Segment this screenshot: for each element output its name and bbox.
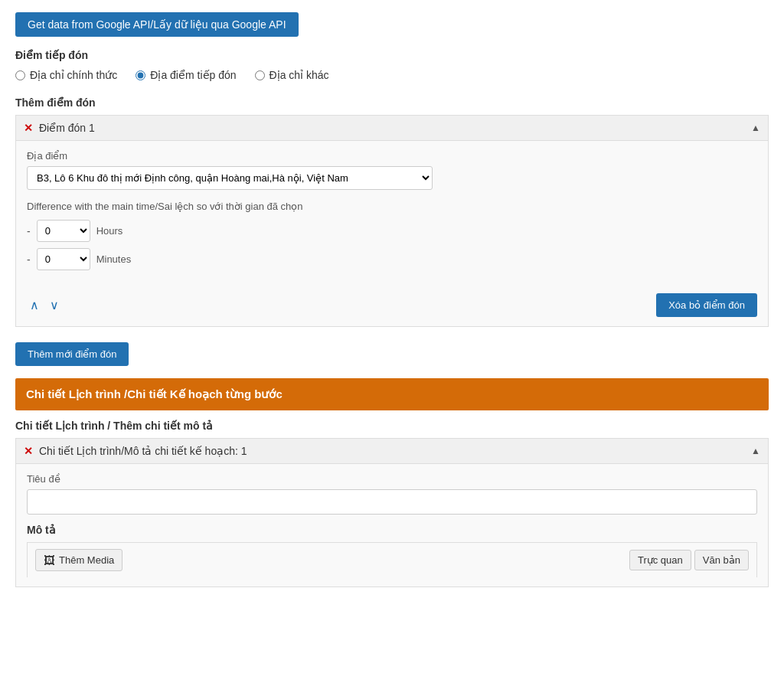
move-up-button[interactable]: ∧ [27,296,42,314]
destination-label: Điểm tiếp đón [15,49,769,61]
delete-pickup-button[interactable]: Xóa bỏ điểm đón [656,293,757,317]
add-pickup-label: Thêm điểm đón [15,96,769,109]
pickup-card-body: Địa điểm B3, Lô 6 Khu đô thị mới Định cô… [16,141,768,286]
media-toolbar: 🖼 Thêm Media Trực quan Văn bản [27,542,757,577]
schedule-card-header[interactable]: ✕ Chi tiết Lịch trình/Mô tả chi tiết kế … [16,439,768,464]
radio-official-label: Địa chỉ chính thức [30,69,117,81]
title-field-label: Tiêu đề [27,473,757,485]
view-buttons: Trực quan Văn bản [629,550,749,570]
add-media-button[interactable]: 🖼 Thêm Media [35,549,122,571]
move-down-button[interactable]: ∨ [47,296,62,314]
schedule-card-chevron-up-icon[interactable]: ▲ [751,446,760,456]
page-wrapper: Get data from Google API/Lấy dữ liệu qua… [0,0,784,696]
hours-row: - 0 Hours [27,220,757,242]
minutes-label: Minutes [96,253,132,265]
pickup-card: ✕ Điểm đón 1 ▲ Địa điểm B3, Lô 6 Khu đô … [15,115,769,327]
pickup-card-title: Điểm đón 1 [39,122,95,134]
mo-ta-label: Mô tả [27,524,757,536]
pickup-card-chevron-up-icon[interactable]: ▲ [751,123,760,133]
hours-minus: - [27,225,31,237]
add-media-icon: 🖼 [44,554,55,567]
view-visual-button[interactable]: Trực quan [629,550,691,570]
pickup-card-close-icon[interactable]: ✕ [24,122,33,134]
reorder-arrows: ∧ ∨ [27,296,62,314]
radio-official[interactable] [15,70,25,80]
google-api-button[interactable]: Get data from Google API/Lấy dữ liệu qua… [15,12,299,37]
media-toolbar-left: 🖼 Thêm Media [35,549,122,571]
schedule-section-header: Chi tiết Lịch trình /Chi tiết Kế hoạch t… [15,378,769,410]
radio-tiepdon-label: Địa điểm tiếp đón [150,69,236,81]
pickup-card-footer: ∧ ∨ Xóa bỏ điểm đón [16,286,768,326]
pickup-card-header-left: ✕ Điểm đón 1 [24,122,95,134]
add-media-label: Thêm Media [59,554,114,566]
radio-tiepdon[interactable] [136,70,145,80]
schedule-card-header-left: ✕ Chi tiết Lịch trình/Mô tả chi tiết kế … [24,445,247,457]
pickup-address-select[interactable]: B3, Lô 6 Khu đô thị mới Định công, quận … [27,166,433,190]
radio-option-official[interactable]: Địa chỉ chính thức [15,69,117,81]
pickup-address-label: Địa điểm [27,150,757,162]
schedule-card: ✕ Chi tiết Lịch trình/Mô tả chi tiết kế … [15,438,769,587]
radio-khac[interactable] [255,70,265,80]
title-input[interactable] [27,489,757,515]
schedule-add-label: Chi tiết Lịch trình / Thêm chi tiết mô t… [15,420,769,432]
view-text-button[interactable]: Văn bản [694,550,749,570]
hours-label: Hours [96,225,123,237]
schedule-card-title: Chi tiết Lịch trình/Mô tả chi tiết kế ho… [39,445,247,457]
hours-select[interactable]: 0 [37,220,90,242]
minutes-minus: - [27,253,31,266]
add-new-pickup-button[interactable]: Thêm mới điểm đón [15,342,129,366]
schedule-card-close-icon[interactable]: ✕ [24,445,33,457]
radio-option-khac[interactable]: Địa chỉ khác [255,69,329,81]
minutes-select[interactable]: 0 [37,248,90,270]
schedule-card-body: Tiêu đề Mô tả 🖼 Thêm Media Trực quan Văn… [16,464,768,587]
radio-option-tiepdon[interactable]: Địa điểm tiếp đón [136,69,236,81]
minutes-row: - 0 Minutes [27,248,757,270]
difference-label: Difference with the main time/Sai lệch s… [27,201,757,212]
destination-radio-group: Địa chỉ chính thức Địa điểm tiếp đón Địa… [15,69,769,81]
pickup-card-header[interactable]: ✕ Điểm đón 1 ▲ [16,116,768,141]
radio-khac-label: Địa chỉ khác [270,69,329,81]
